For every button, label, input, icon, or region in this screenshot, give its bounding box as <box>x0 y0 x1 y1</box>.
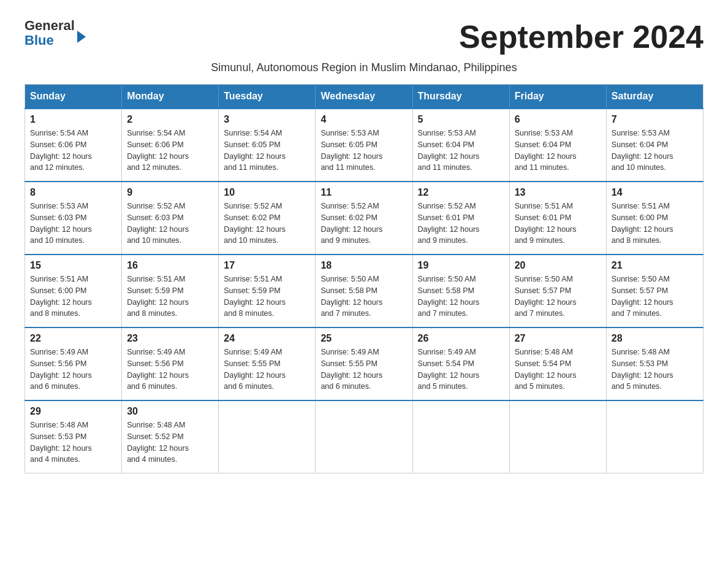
day-info: Sunrise: 5:50 AMSunset: 5:57 PMDaylight:… <box>515 274 601 320</box>
day-info: Sunrise: 5:49 AMSunset: 5:54 PMDaylight:… <box>418 347 504 393</box>
calendar-cell: 30Sunrise: 5:48 AMSunset: 5:52 PMDayligh… <box>122 400 219 473</box>
day-number: 27 <box>515 333 601 344</box>
day-number: 14 <box>612 187 698 198</box>
weekday-header-thursday: Thursday <box>412 85 509 109</box>
calendar-cell: 1Sunrise: 5:54 AMSunset: 6:06 PMDaylight… <box>25 109 122 182</box>
day-number: 2 <box>127 114 213 125</box>
calendar-cell: 19Sunrise: 5:50 AMSunset: 5:58 PMDayligh… <box>412 255 509 327</box>
calendar-cell: 7Sunrise: 5:53 AMSunset: 6:04 PMDaylight… <box>606 109 703 182</box>
day-number: 23 <box>127 333 213 344</box>
calendar-week-3: 15Sunrise: 5:51 AMSunset: 6:00 PMDayligh… <box>25 255 703 327</box>
calendar-cell <box>316 400 412 473</box>
day-info: Sunrise: 5:52 AMSunset: 6:02 PMDaylight:… <box>320 201 407 247</box>
weekday-header-friday: Friday <box>509 85 606 109</box>
day-number: 5 <box>418 114 504 125</box>
day-number: 29 <box>30 406 116 417</box>
day-info: Sunrise: 5:53 AMSunset: 6:04 PMDaylight:… <box>612 128 698 174</box>
day-number: 28 <box>612 333 698 344</box>
day-info: Sunrise: 5:49 AMSunset: 5:55 PMDaylight:… <box>320 347 407 393</box>
day-number: 24 <box>224 333 310 344</box>
day-info: Sunrise: 5:48 AMSunset: 5:54 PMDaylight:… <box>515 347 601 393</box>
day-number: 18 <box>320 260 407 271</box>
weekday-header-sunday: Sunday <box>25 85 122 109</box>
day-number: 11 <box>320 187 407 198</box>
day-number: 10 <box>224 187 310 198</box>
day-info: Sunrise: 5:48 AMSunset: 5:52 PMDaylight:… <box>127 419 213 465</box>
weekday-header-wednesday: Wednesday <box>316 85 412 109</box>
day-number: 3 <box>224 114 310 125</box>
calendar-cell: 20Sunrise: 5:50 AMSunset: 5:57 PMDayligh… <box>509 255 606 327</box>
calendar-cell <box>219 400 316 473</box>
logo: General Blue <box>25 18 86 48</box>
calendar-cell: 6Sunrise: 5:53 AMSunset: 6:04 PMDaylight… <box>509 109 606 182</box>
day-info: Sunrise: 5:48 AMSunset: 5:53 PMDaylight:… <box>30 419 116 465</box>
day-info: Sunrise: 5:52 AMSunset: 6:02 PMDaylight:… <box>224 201 310 247</box>
day-number: 8 <box>30 187 116 198</box>
calendar-cell: 8Sunrise: 5:53 AMSunset: 6:03 PMDaylight… <box>25 182 122 255</box>
calendar-cell: 14Sunrise: 5:51 AMSunset: 6:00 PMDayligh… <box>606 182 703 255</box>
day-number: 1 <box>30 114 116 125</box>
day-number: 9 <box>127 187 213 198</box>
day-number: 30 <box>127 406 213 417</box>
day-info: Sunrise: 5:48 AMSunset: 5:53 PMDaylight:… <box>612 347 698 393</box>
day-number: 20 <box>515 260 601 271</box>
calendar-cell: 11Sunrise: 5:52 AMSunset: 6:02 PMDayligh… <box>316 182 412 255</box>
page-title: September 2024 <box>459 18 703 55</box>
day-info: Sunrise: 5:50 AMSunset: 5:57 PMDaylight:… <box>612 274 698 320</box>
day-number: 22 <box>30 333 116 344</box>
weekday-header-monday: Monday <box>122 85 219 109</box>
calendar-cell: 3Sunrise: 5:54 AMSunset: 6:05 PMDaylight… <box>219 109 316 182</box>
day-number: 19 <box>418 260 504 271</box>
calendar-cell: 2Sunrise: 5:54 AMSunset: 6:06 PMDaylight… <box>122 109 219 182</box>
calendar-cell <box>509 400 606 473</box>
day-info: Sunrise: 5:49 AMSunset: 5:55 PMDaylight:… <box>224 347 310 393</box>
calendar-cell: 24Sunrise: 5:49 AMSunset: 5:55 PMDayligh… <box>219 327 316 400</box>
calendar-cell: 25Sunrise: 5:49 AMSunset: 5:55 PMDayligh… <box>316 327 412 400</box>
page-header: General Blue September 2024 <box>25 18 703 55</box>
calendar-cell <box>606 400 703 473</box>
calendar-week-2: 8Sunrise: 5:53 AMSunset: 6:03 PMDaylight… <box>25 182 703 255</box>
day-info: Sunrise: 5:50 AMSunset: 5:58 PMDaylight:… <box>320 274 407 320</box>
calendar-cell: 21Sunrise: 5:50 AMSunset: 5:57 PMDayligh… <box>606 255 703 327</box>
day-info: Sunrise: 5:54 AMSunset: 6:06 PMDaylight:… <box>127 128 213 174</box>
day-info: Sunrise: 5:51 AMSunset: 6:01 PMDaylight:… <box>515 201 601 247</box>
day-info: Sunrise: 5:50 AMSunset: 5:58 PMDaylight:… <box>418 274 504 320</box>
day-info: Sunrise: 5:49 AMSunset: 5:56 PMDaylight:… <box>127 347 213 393</box>
weekday-header-saturday: Saturday <box>606 85 703 109</box>
calendar-cell: 12Sunrise: 5:52 AMSunset: 6:01 PMDayligh… <box>412 182 509 255</box>
logo-blue: Blue <box>25 33 75 48</box>
day-info: Sunrise: 5:51 AMSunset: 6:00 PMDaylight:… <box>612 201 698 247</box>
calendar-table: SundayMondayTuesdayWednesdayThursdayFrid… <box>25 84 703 473</box>
weekday-header-tuesday: Tuesday <box>219 85 316 109</box>
day-number: 16 <box>127 260 213 271</box>
calendar-cell: 15Sunrise: 5:51 AMSunset: 6:00 PMDayligh… <box>25 255 122 327</box>
day-number: 17 <box>224 260 310 271</box>
day-info: Sunrise: 5:53 AMSunset: 6:04 PMDaylight:… <box>418 128 504 174</box>
calendar-week-5: 29Sunrise: 5:48 AMSunset: 5:53 PMDayligh… <box>25 400 703 473</box>
calendar-cell: 22Sunrise: 5:49 AMSunset: 5:56 PMDayligh… <box>25 327 122 400</box>
day-info: Sunrise: 5:49 AMSunset: 5:56 PMDaylight:… <box>30 347 116 393</box>
day-info: Sunrise: 5:52 AMSunset: 6:03 PMDaylight:… <box>127 201 213 247</box>
calendar-cell: 29Sunrise: 5:48 AMSunset: 5:53 PMDayligh… <box>25 400 122 473</box>
day-info: Sunrise: 5:53 AMSunset: 6:05 PMDaylight:… <box>320 128 407 174</box>
day-number: 7 <box>612 114 698 125</box>
logo-text: General Blue <box>25 18 75 48</box>
day-number: 26 <box>418 333 504 344</box>
day-info: Sunrise: 5:52 AMSunset: 6:01 PMDaylight:… <box>418 201 504 247</box>
logo-triangle-icon <box>77 31 86 43</box>
calendar-cell: 5Sunrise: 5:53 AMSunset: 6:04 PMDaylight… <box>412 109 509 182</box>
calendar-cell: 16Sunrise: 5:51 AMSunset: 5:59 PMDayligh… <box>122 255 219 327</box>
calendar-cell: 23Sunrise: 5:49 AMSunset: 5:56 PMDayligh… <box>122 327 219 400</box>
day-info: Sunrise: 5:51 AMSunset: 6:00 PMDaylight:… <box>30 274 116 320</box>
day-number: 25 <box>320 333 407 344</box>
calendar-cell: 18Sunrise: 5:50 AMSunset: 5:58 PMDayligh… <box>316 255 412 327</box>
calendar-cell: 17Sunrise: 5:51 AMSunset: 5:59 PMDayligh… <box>219 255 316 327</box>
day-info: Sunrise: 5:54 AMSunset: 6:06 PMDaylight:… <box>30 128 116 174</box>
day-info: Sunrise: 5:54 AMSunset: 6:05 PMDaylight:… <box>224 128 310 174</box>
calendar-cell: 4Sunrise: 5:53 AMSunset: 6:05 PMDaylight… <box>316 109 412 182</box>
day-number: 6 <box>515 114 601 125</box>
calendar-cell <box>412 400 509 473</box>
calendar-cell: 13Sunrise: 5:51 AMSunset: 6:01 PMDayligh… <box>509 182 606 255</box>
calendar-cell: 26Sunrise: 5:49 AMSunset: 5:54 PMDayligh… <box>412 327 509 400</box>
day-number: 13 <box>515 187 601 198</box>
